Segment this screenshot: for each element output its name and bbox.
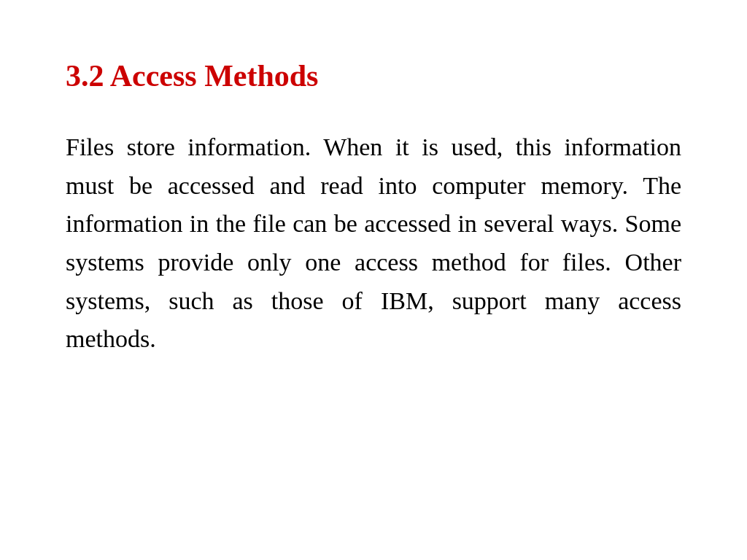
section-heading: 3.2 Access Methods bbox=[66, 58, 681, 93]
slide-container: 3.2 Access Methods Files store informati… bbox=[0, 0, 747, 560]
body-paragraph: Files store information. When it is used… bbox=[66, 128, 681, 359]
